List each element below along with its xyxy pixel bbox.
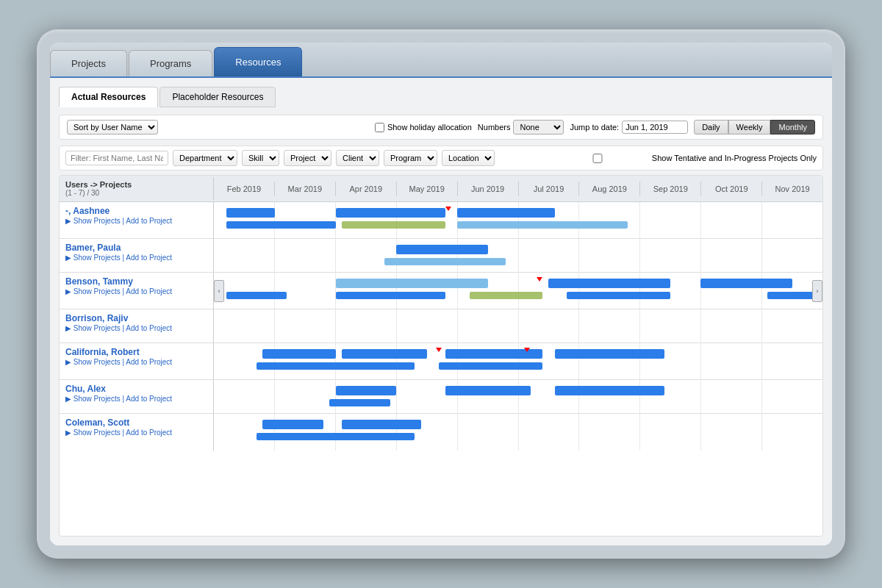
bar-coleman-2[interactable]	[342, 420, 421, 429]
bar-aashnee-4[interactable]	[226, 221, 336, 229]
show-projects-california[interactable]: ▶ Show Projects	[65, 358, 121, 366]
table-row: -, Aashnee ▶ Show Projects | Add to Proj…	[60, 202, 822, 239]
show-projects-benson[interactable]: ▶ Show Projects	[65, 287, 121, 295]
numbers-select[interactable]: None	[513, 120, 564, 135]
timeline-chu	[214, 380, 822, 414]
bar-benson-6[interactable]	[470, 292, 542, 299]
user-name-coleman[interactable]: Coleman, Scott	[65, 417, 207, 428]
numbers-label: Numbers	[478, 123, 511, 132]
bar-chu-2[interactable]	[445, 386, 531, 395]
bar-ca-6[interactable]	[439, 362, 542, 370]
tablet-screen: Projects Programs Resources Actual Resou…	[50, 43, 832, 545]
view-daily[interactable]: Daily	[694, 120, 728, 135]
nav-right-arrow[interactable]: ›	[812, 280, 822, 302]
bar-aashnee-2[interactable]	[336, 208, 445, 218]
tab-programs[interactable]: Programs	[129, 50, 212, 76]
add-project-borrison[interactable]: Add to Project	[126, 324, 172, 332]
table-row: California, Robert ▶ Show Projects | Add…	[60, 343, 822, 380]
main-content: Actual Resources Placeholder Resources S…	[50, 78, 832, 545]
gantt-rows: -, Aashnee ▶ Show Projects | Add to Proj…	[60, 202, 822, 536]
bar-ca-1[interactable]	[262, 349, 335, 359]
bar-benson-4[interactable]	[226, 292, 287, 299]
location-filter[interactable]: Location	[442, 150, 495, 166]
tentative-checkbox[interactable]	[546, 154, 649, 163]
bar-chu-1[interactable]	[336, 386, 397, 395]
sort-select[interactable]: Sort by User Name	[67, 120, 158, 135]
bar-benson-2[interactable]	[548, 279, 670, 288]
user-actions-aashnee: ▶ Show Projects | Add to Project	[65, 217, 207, 225]
client-filter[interactable]: Client	[336, 150, 379, 166]
jump-input[interactable]	[622, 121, 688, 134]
show-projects-coleman[interactable]: ▶ Show Projects	[65, 429, 121, 437]
user-name-benson[interactable]: Benson, Tammy	[65, 276, 207, 287]
bar-benson-5[interactable]	[336, 292, 445, 299]
holiday-label: Show holiday allocation	[387, 123, 472, 132]
bar-bamer-2[interactable]	[384, 258, 506, 265]
bar-coleman-1[interactable]	[262, 420, 323, 429]
sub-tabs: Actual Resources Placeholder Resources	[59, 87, 823, 107]
holiday-checkbox[interactable]	[375, 123, 384, 132]
skill-filter[interactable]: Skill	[242, 150, 279, 166]
show-projects-chu[interactable]: ▶ Show Projects	[65, 395, 121, 403]
name-filter[interactable]	[65, 151, 168, 165]
month-apr: Apr 2019	[336, 182, 397, 196]
bar-aashnee-6[interactable]	[457, 221, 628, 229]
bar-ca-5[interactable]	[257, 362, 415, 370]
show-projects-aashnee[interactable]: ▶ Show Projects	[65, 217, 121, 225]
nav-left-arrow[interactable]: ‹	[214, 280, 224, 302]
tablet-frame: Projects Programs Resources Actual Resou…	[37, 29, 845, 559]
user-name-borrison[interactable]: Borrison, Rajiv	[65, 313, 207, 323]
user-info-bamer: Bamer, Paula ▶ Show Projects | Add to Pr…	[60, 239, 214, 272]
add-project-benson[interactable]: Add to Project	[126, 287, 172, 295]
view-monthly[interactable]: Monthly	[770, 120, 815, 135]
month-may: May 2019	[397, 182, 458, 196]
timeline-benson: ‹ ›	[214, 273, 822, 309]
bar-benson-7[interactable]	[567, 292, 670, 299]
add-project-bamer[interactable]: Add to Project	[126, 254, 172, 262]
holiday-check-group: Show holiday allocation	[375, 123, 472, 132]
add-project-aashnee[interactable]: Add to Project	[126, 217, 172, 225]
sub-tab-placeholder[interactable]: Placeholder Resources	[159, 87, 276, 107]
bar-aashnee-3[interactable]	[457, 208, 554, 218]
bar-chu-3[interactable]	[555, 386, 664, 395]
month-nov: Nov 2019	[762, 182, 822, 196]
project-filter[interactable]: Project	[284, 150, 331, 166]
timeline-aashnee	[214, 202, 822, 239]
view-buttons: Daily Weekly Monthly	[694, 120, 815, 135]
gantt-months: Feb 2019 Mar 2019 Apr 2019 May 2019 Jun …	[214, 182, 822, 196]
add-project-coleman[interactable]: Add to Project	[126, 429, 172, 437]
tab-projects[interactable]: Projects	[50, 50, 127, 76]
user-name-aashnee[interactable]: -, Aashnee	[65, 206, 207, 216]
user-name-chu[interactable]: Chu, Alex	[65, 384, 207, 394]
add-project-california[interactable]: Add to Project	[126, 358, 172, 366]
program-filter[interactable]: Program	[384, 150, 437, 166]
month-oct: Oct 2019	[701, 182, 762, 196]
show-projects-bamer[interactable]: ▶ Show Projects	[65, 254, 121, 262]
bar-aashnee-5[interactable]	[342, 221, 445, 229]
user-name-california[interactable]: California, Robert	[65, 347, 207, 357]
bar-chu-4[interactable]	[329, 399, 390, 406]
bar-benson-3[interactable]	[700, 279, 792, 288]
view-weekly[interactable]: Weekly	[728, 120, 771, 135]
user-actions-chu: ▶ Show Projects | Add to Project	[65, 395, 207, 403]
bar-bamer-1[interactable]	[396, 245, 487, 254]
user-name-bamer[interactable]: Bamer, Paula	[65, 243, 207, 253]
user-actions-borrison: ▶ Show Projects | Add to Project	[65, 324, 207, 332]
timeline-california	[214, 343, 822, 380]
tab-resources[interactable]: Resources	[214, 47, 302, 76]
bar-aashnee-1[interactable]	[226, 208, 275, 218]
bar-benson-1[interactable]	[336, 279, 488, 288]
add-project-chu[interactable]: Add to Project	[126, 395, 172, 403]
user-info-coleman: Coleman, Scott ▶ Show Projects | Add to …	[60, 414, 214, 451]
month-mar: Mar 2019	[275, 182, 336, 196]
show-projects-borrison[interactable]: ▶ Show Projects	[65, 324, 121, 332]
department-filter[interactable]: Department	[173, 150, 237, 166]
bar-ca-2[interactable]	[342, 349, 427, 359]
sub-tab-actual[interactable]: Actual Resources	[59, 87, 158, 107]
user-info-aashnee: -, Aashnee ▶ Show Projects | Add to Proj…	[60, 202, 214, 238]
month-jun: Jun 2019	[458, 182, 519, 196]
user-actions-bamer: ▶ Show Projects | Add to Project	[65, 254, 207, 262]
bar-coleman-3[interactable]	[257, 433, 415, 440]
month-feb: Feb 2019	[214, 182, 275, 196]
bar-ca-4[interactable]	[555, 349, 664, 359]
